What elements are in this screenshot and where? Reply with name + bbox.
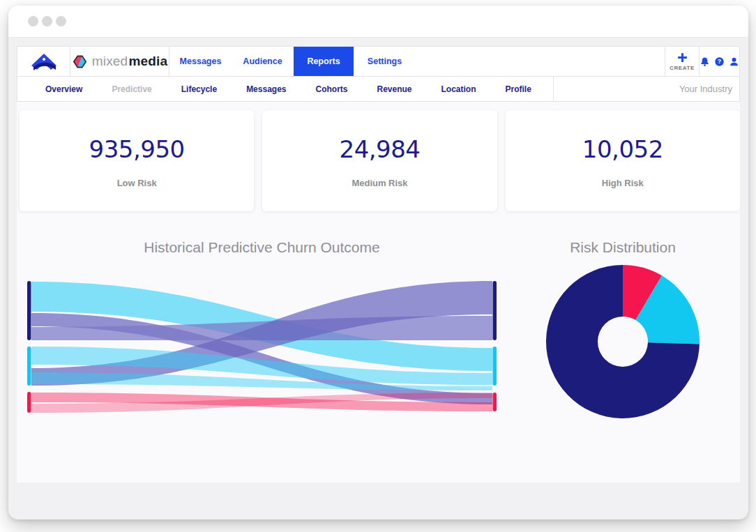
top-navbar: mixed media Messages Audience Reports Se…	[17, 46, 740, 77]
nav-tab-reports[interactable]: Reports	[294, 47, 354, 76]
sankey-chart-title: Historical Predictive Churn Outcome	[23, 239, 501, 256]
utility-icons: ?	[699, 47, 739, 76]
window-control-dot[interactable]	[56, 16, 66, 26]
donut-chart-title: Risk Distribution	[544, 239, 702, 256]
user-icon[interactable]	[729, 56, 739, 67]
plus-icon	[676, 52, 688, 63]
stat-value: 24,984	[340, 135, 421, 163]
window-control-dot[interactable]	[28, 16, 38, 26]
app-window: mixed media Messages Audience Reports Se…	[8, 6, 748, 519]
stat-label: Low Risk	[117, 178, 157, 188]
window-control-dot[interactable]	[42, 16, 52, 26]
stat-value: 10,052	[582, 135, 663, 163]
brand-logo[interactable]: mixed media	[70, 47, 169, 76]
subnav-item-messages[interactable]: Messages	[246, 84, 286, 94]
app-home-button[interactable]	[17, 47, 70, 76]
subnav-item-revenue[interactable]: Revenue	[377, 84, 412, 94]
mountain-logo-icon	[29, 52, 59, 71]
window-titlebar	[8, 6, 748, 38]
donut-chart	[544, 263, 702, 420]
navbar-spacer	[416, 47, 665, 76]
subnav-item-location[interactable]: Location	[441, 84, 476, 94]
brand-name-bold: media	[128, 54, 167, 69]
subnav-divider	[553, 77, 554, 101]
charts-row: Historical Predictive Churn Outcome Risk…	[17, 239, 740, 424]
help-icon[interactable]: ?	[714, 56, 725, 67]
bell-icon[interactable]	[700, 56, 710, 67]
subnav-item-predictive[interactable]: Predictive	[112, 84, 151, 94]
mixedmedia-hexagon-icon	[72, 54, 88, 70]
stat-label: High Risk	[602, 178, 644, 188]
stat-card-high-risk: 10,052 High Risk	[506, 110, 740, 211]
create-button[interactable]: CREATE	[665, 47, 699, 76]
nav-tab-messages[interactable]: Messages	[169, 47, 232, 76]
nav-tab-settings[interactable]: Settings	[354, 47, 416, 76]
brand-name-light: mixed	[92, 54, 128, 69]
stat-card-medium-risk: 24,984 Medium Risk	[262, 110, 497, 211]
stat-card-low-risk: 935,950 Low Risk	[20, 110, 254, 211]
subnav-item-profile[interactable]: Profile	[506, 84, 531, 94]
risk-distribution-chart-block: Risk Distribution	[544, 239, 702, 424]
churn-outcome-chart-block: Historical Predictive Churn Outcome	[23, 239, 501, 424]
stat-cards-row: 935,950 Low Risk 24,984 Medium Risk 10,0…	[17, 102, 740, 211]
your-industry-label: Your Industry	[679, 84, 732, 94]
svg-text:?: ?	[718, 58, 721, 65]
create-button-label: CREATE	[670, 65, 695, 71]
subnav-item-lifecycle[interactable]: Lifecycle	[181, 84, 217, 94]
stat-label: Medium Risk	[351, 178, 407, 188]
app-chrome: mixed media Messages Audience Reports Se…	[8, 38, 748, 482]
nav-tab-audience[interactable]: Audience	[232, 47, 294, 76]
report-content: 935,950 Low Risk 24,984 Medium Risk 10,0…	[17, 102, 740, 482]
subnav-item-overview[interactable]: Overview	[45, 84, 82, 94]
primary-nav: Messages Audience Reports Settings	[169, 47, 416, 76]
subnav-item-cohorts[interactable]: Cohorts	[316, 84, 348, 94]
stat-value: 935,950	[89, 135, 185, 163]
report-subnav: Overview Predictive Lifecycle Messages C…	[17, 77, 740, 102]
sankey-chart	[23, 274, 501, 424]
